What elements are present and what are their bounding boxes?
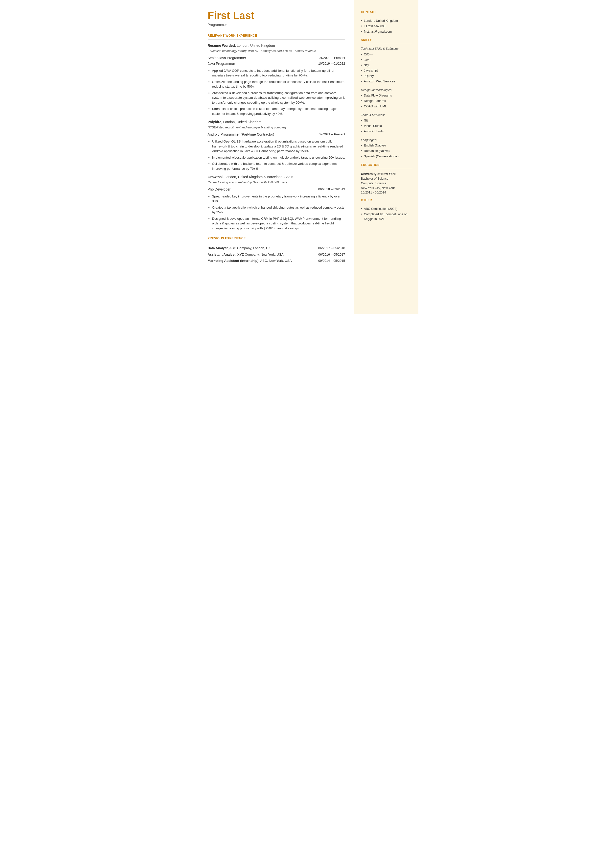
- skills-tools-list: Git Visual Studio Android Studio: [361, 118, 412, 134]
- contact-item-location: London, United Kingdom: [361, 19, 412, 23]
- skill-javascript: Javascript: [361, 68, 412, 73]
- skill-cpp: C/C++: [361, 52, 412, 57]
- skill-android-studio: Android Studio: [361, 129, 412, 134]
- company-name-3: Growthsi,: [208, 175, 224, 179]
- other-item-2: Completed 10+ competitions on Kaggle in …: [361, 212, 412, 222]
- bullet-3-3: Designed & developed an internal CRM in …: [212, 216, 345, 231]
- skills-cat-tools-label: Tools & Services:: [361, 113, 412, 118]
- job-title-2a: Android Programmer (Part-time Contractor…: [208, 132, 274, 137]
- skill-romanian: Romanian (Native): [361, 149, 412, 154]
- skills-technical-list: C/C++ Java SQL Javascript JQuery Amazon …: [361, 52, 412, 84]
- skill-english: English (Native): [361, 143, 412, 148]
- company-block-growthsi: Growthsi, London, United Kingdom & Barce…: [208, 174, 345, 231]
- other-section: ABC Certification (2022) Completed 10+ c…: [361, 207, 412, 221]
- skills-cat-languages-label: Languages:: [361, 138, 412, 143]
- skills-header: SKILLS: [361, 38, 412, 42]
- job-date-2a: 07/2021 – Present: [319, 132, 345, 137]
- skills-design-list: Data Flow Diagrams Design Patterns OOAD …: [361, 93, 412, 109]
- bullets-2: Utilized OpenGL ES, hardware acceleratio…: [212, 139, 345, 171]
- company-name-1: Resume Worded,: [208, 43, 236, 48]
- skills-cat-technical-label: Technical Skills & Software:: [361, 47, 412, 51]
- job-row-1a: Senior Java Programmer 01/2022 – Present: [208, 56, 345, 61]
- other-item-1: ABC Certification (2022): [361, 207, 412, 211]
- contact-item-email: first.last@gmail.com: [361, 30, 412, 34]
- right-sidebar: CONTACT London, United Kingdom +1 234 56…: [354, 0, 419, 314]
- prev-title-3: Marketing Assistant (Internship),: [208, 259, 260, 262]
- job-row-3a: Php Developer 06/2018 – 09/2019: [208, 187, 345, 192]
- skills-cat-design-label: Design Methodologies:: [361, 88, 412, 93]
- prev-exp-entry-2: Assistant Analyst, XYZ Company, New York…: [208, 252, 284, 257]
- skill-design-patterns: Design Patterns: [361, 99, 412, 103]
- other-list: ABC Certification (2022) Completed 10+ c…: [361, 207, 412, 221]
- bullet-2-1: Utilized OpenGL ES, hardware acceleratio…: [212, 139, 345, 154]
- edu-location-1: New York City, New York: [361, 186, 412, 191]
- prev-dates-3: 09/2014 – 05/2015: [318, 258, 345, 263]
- skill-visual-studio: Visual Studio: [361, 124, 412, 129]
- full-name: First Last: [208, 10, 345, 21]
- company-name-2: Polyhire,: [208, 120, 222, 124]
- skill-dfd: Data Flow Diagrams: [361, 93, 412, 98]
- name-title-block: First Last Programmer: [208, 10, 345, 28]
- bullet-1-1: Applied JAVA OOP concepts to introduce a…: [212, 68, 345, 78]
- company-block-resume-worded: Resume Worded, London, United Kingdom Ed…: [208, 43, 345, 116]
- other-header: OTHER: [361, 198, 412, 202]
- contact-header: CONTACT: [361, 10, 412, 14]
- prev-company-1: ABC Company, London, UK: [229, 246, 271, 250]
- prev-company-2: XYZ Company, New York, USA: [237, 253, 284, 256]
- job-title: Programmer: [208, 22, 345, 28]
- bullet-2-2: Implemented widescale application testin…: [212, 155, 345, 160]
- edu-degree-1: Bachelor of Science: [361, 176, 412, 181]
- other-divider: [361, 204, 412, 204]
- prev-exp-row-1: Data Analyst, ABC Company, London, UK 06…: [208, 246, 345, 251]
- prev-title-2: Assistant Analyst,: [208, 253, 237, 256]
- edu-entry-1: University of New York Bachelor of Scien…: [361, 171, 412, 195]
- previous-experience-header: PREVIOUS EXPERIENCE: [208, 236, 345, 241]
- prev-dates-2: 06/2016 – 05/2017: [318, 252, 345, 257]
- bullet-1-3: Architected & developed a process for tr…: [212, 90, 345, 105]
- job-date-3a: 06/2018 – 09/2019: [318, 187, 345, 192]
- job-title-1a: Senior Java Programmer: [208, 56, 246, 61]
- skill-aws: Amazon Web Services: [361, 79, 412, 84]
- job-date-1b: 10/2019 – 01/2022: [318, 61, 345, 66]
- job-row-2a: Android Programmer (Part-time Contractor…: [208, 132, 345, 137]
- bullet-2-3: Collaborated with the backend team to co…: [212, 161, 345, 171]
- edu-dates-1: 10/2011 - 06/2014: [361, 190, 412, 195]
- skills-languages-list: English (Native) Romanian (Native) Spani…: [361, 143, 412, 158]
- contact-list: London, United Kingdom +1 234 567 890 fi…: [361, 19, 412, 34]
- prev-exp-row-3: Marketing Assistant (Internship), ABC, N…: [208, 258, 345, 263]
- edu-institution-1: University of New York: [361, 171, 412, 176]
- job-row-1b: Java Programmer 10/2019 – 01/2022: [208, 61, 345, 66]
- job-date-1a: 01/2022 – Present: [319, 56, 345, 61]
- prev-dates-1: 06/2017 – 05/2018: [318, 246, 345, 251]
- company-desc-3: Career training and membership SaaS with…: [208, 180, 345, 185]
- prev-exp-entry-1: Data Analyst, ABC Company, London, UK: [208, 246, 271, 251]
- job-title-1b: Java Programmer: [208, 61, 235, 66]
- company-name-line-2: Polyhire, London, United Kingdom: [208, 120, 345, 125]
- contact-item-phone: +1 234 567 890: [361, 24, 412, 29]
- company-name-line-1: Resume Worded, London, United Kingdom: [208, 43, 345, 48]
- skill-git: Git: [361, 118, 412, 123]
- skill-java: Java: [361, 57, 412, 62]
- prev-title-1: Data Analyst,: [208, 246, 229, 250]
- company-desc-1: Education technology startup with 50+ em…: [208, 49, 345, 53]
- company-location-2: London, United Kingdom: [223, 120, 261, 124]
- bullet-1-4: Streamlined critical production tickets …: [212, 106, 345, 116]
- bullet-1-2: Optimized the landing page through the r…: [212, 79, 345, 89]
- bullets-3: Spearheaded key improvements in the prop…: [212, 194, 345, 231]
- skill-jquery: JQuery: [361, 74, 412, 78]
- company-block-polyhire: Polyhire, London, United Kingdom NYSE-li…: [208, 120, 345, 171]
- prev-exp-entry-3: Marketing Assistant (Internship), ABC, N…: [208, 258, 292, 263]
- divider-relevant: [208, 39, 345, 40]
- company-location-3: London, United Kingdom & Barcelona, Spai…: [225, 175, 293, 179]
- company-name-line-3: Growthsi, London, United Kingdom & Barce…: [208, 174, 345, 180]
- company-desc-2: NYSE-listed recruitment and employer bra…: [208, 125, 345, 130]
- skill-sql: SQL: [361, 63, 412, 68]
- education-divider: [361, 169, 412, 169]
- skill-spanish: Spanish (Conversational): [361, 154, 412, 159]
- prev-exp-row-2: Assistant Analyst, XYZ Company, New York…: [208, 252, 345, 257]
- skill-ooad: OOAD with UML: [361, 104, 412, 109]
- edu-field-1: Computer Science: [361, 181, 412, 186]
- company-location-1: London, United Kingdom: [237, 43, 275, 48]
- bullet-3-2: Created a tax application which enhanced…: [212, 205, 345, 215]
- contact-divider: [361, 16, 412, 16]
